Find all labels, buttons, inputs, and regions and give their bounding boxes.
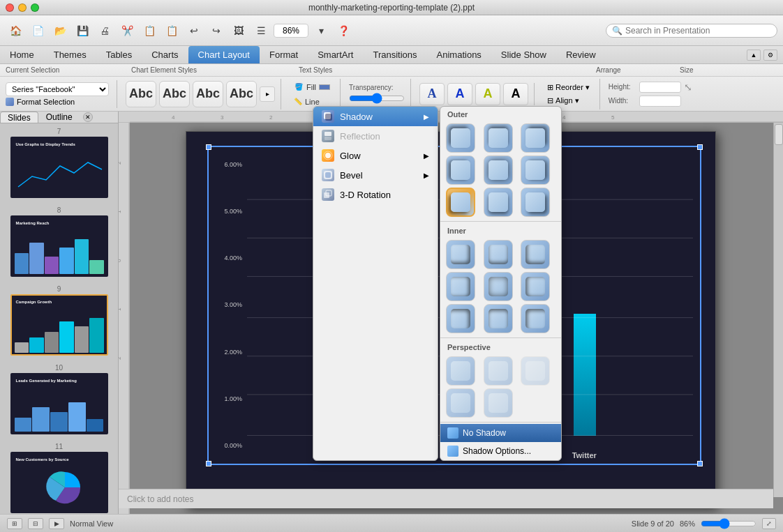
selection-handle-br[interactable] xyxy=(697,461,703,466)
menu-smartart[interactable]: SmartArt xyxy=(308,46,363,63)
new-icon[interactable]: 📄 xyxy=(28,21,47,40)
menu-transitions[interactable]: Transitions xyxy=(363,46,426,63)
bevel-menu-item[interactable]: Bevel ▶ xyxy=(313,165,438,185)
menu-review[interactable]: Review xyxy=(556,46,606,63)
perspective-shadow-3[interactable] xyxy=(521,356,550,386)
inner-shadow-7[interactable] xyxy=(446,304,475,333)
outer-shadow-6[interactable] xyxy=(521,155,550,185)
3d-rotation-menu-item[interactable]: 3-D Rotation xyxy=(313,185,438,204)
inner-shadow-3[interactable] xyxy=(521,240,550,269)
fill-button[interactable]: 🪣 Fill xyxy=(290,81,334,93)
copy-icon[interactable]: 📋 xyxy=(140,21,159,40)
abc-style-1[interactable]: Abc xyxy=(126,81,156,107)
zoom-display[interactable]: 86% xyxy=(274,24,308,38)
series-selector[interactable]: Series "Facebook" xyxy=(6,82,109,96)
slide-thumbnail-11[interactable]: 11 New Customers by Source xyxy=(10,443,108,513)
menu-slideshow[interactable]: Slide Show xyxy=(491,46,556,63)
align-button[interactable]: ⊟ Align ▾ xyxy=(543,95,594,107)
ribbon-options-button[interactable]: ⚙ xyxy=(763,50,777,61)
menu-tables[interactable]: Tables xyxy=(96,46,142,63)
scroll-thumb-v[interactable] xyxy=(775,124,783,145)
slide-thumbnail-7[interactable]: 7 Use Graphs to Display Trends xyxy=(10,128,108,198)
inner-shadow-6[interactable] xyxy=(521,272,550,301)
fit-page-button[interactable]: ⤢ xyxy=(762,518,776,529)
more-styles-button[interactable]: ▸ xyxy=(260,86,275,102)
save-icon[interactable]: 💾 xyxy=(73,21,92,40)
perspective-shadow-4[interactable] xyxy=(446,388,475,418)
outer-shadow-1[interactable] xyxy=(446,123,475,153)
height-expand-icon[interactable]: ⤡ xyxy=(684,82,692,93)
menu-charts[interactable]: Charts xyxy=(142,46,188,63)
shadow-options-item[interactable]: Shadow Options... xyxy=(440,442,561,460)
zoom-slider[interactable] xyxy=(701,518,756,529)
zoom-dropdown-icon[interactable]: ▾ xyxy=(311,21,331,40)
text-style-c-btn[interactable]: A xyxy=(475,83,500,105)
abc-style-2[interactable]: Abc xyxy=(159,81,190,107)
selection-handle-tl[interactable] xyxy=(206,144,211,150)
redo-icon[interactable]: ↪ xyxy=(207,21,226,40)
maximize-button[interactable] xyxy=(31,3,39,12)
tab-outline[interactable]: Outline xyxy=(38,112,80,123)
scrollbar-vertical[interactable] xyxy=(773,123,783,497)
selection-handle-tr[interactable] xyxy=(697,144,703,150)
abc-style-3[interactable]: Abc xyxy=(193,81,223,107)
cut-icon[interactable]: ✂️ xyxy=(117,21,137,40)
perspective-shadow-2[interactable] xyxy=(484,356,513,386)
glow-menu-item[interactable]: Glow ▶ xyxy=(313,146,438,165)
abc-style-4[interactable]: Abc xyxy=(226,81,257,107)
outer-shadow-9[interactable] xyxy=(521,188,550,217)
outer-shadow-3[interactable] xyxy=(521,123,550,153)
minimize-button[interactable] xyxy=(18,3,27,12)
width-input[interactable] xyxy=(639,96,681,107)
shadow-menu-item[interactable]: Shadow ▶ xyxy=(313,107,438,126)
menu-themes[interactable]: Themes xyxy=(44,46,96,63)
open-icon[interactable]: 📂 xyxy=(50,21,70,40)
collapse-ribbon-button[interactable]: ▲ xyxy=(747,50,761,61)
menu-format[interactable]: Format xyxy=(260,46,308,63)
slide-icon[interactable]: 🖼 xyxy=(229,21,248,40)
inner-shadow-2[interactable] xyxy=(484,240,513,269)
tab-slides[interactable]: Slides xyxy=(0,112,38,123)
perspective-shadow-1[interactable] xyxy=(446,356,475,386)
menu-animations[interactable]: Animations xyxy=(427,46,491,63)
notes-bar[interactable]: Click to add notes xyxy=(119,489,773,508)
help-icon[interactable]: ❓ xyxy=(334,21,353,40)
inner-shadow-5[interactable] xyxy=(484,272,513,301)
close-button[interactable] xyxy=(6,3,14,12)
normal-view-button[interactable]: ⊞ xyxy=(7,518,22,529)
outer-shadow-4[interactable] xyxy=(446,155,475,185)
selection-handle-bl[interactable] xyxy=(206,461,211,466)
format-selection-btn[interactable]: Format Selection xyxy=(6,98,111,106)
reorder-button[interactable]: ⊞ Reorder ▾ xyxy=(543,82,594,93)
text-style-d-btn[interactable]: A xyxy=(503,83,528,105)
no-shadow-item[interactable]: No Shadow xyxy=(440,424,561,442)
outline-icon[interactable]: ☰ xyxy=(251,21,271,40)
outer-shadow-2[interactable] xyxy=(484,123,513,153)
inner-shadow-8[interactable] xyxy=(484,304,513,333)
inner-shadow-4[interactable] xyxy=(446,272,475,301)
text-style-b-btn[interactable]: A xyxy=(447,83,472,105)
outer-shadow-7[interactable] xyxy=(446,188,475,217)
text-style-a-btn[interactable]: A xyxy=(419,83,445,105)
slide-thumbnail-10[interactable]: 10 Leads Generated by Marketing xyxy=(10,364,108,434)
height-input[interactable] xyxy=(639,82,681,93)
paste-icon[interactable]: 📋 xyxy=(162,21,181,40)
outer-shadow-5[interactable] xyxy=(484,155,513,185)
slide-sorter-button[interactable]: ⊟ xyxy=(28,518,43,529)
menu-chart-layout[interactable]: Chart Layout xyxy=(188,46,260,63)
print-icon[interactable]: 🖨 xyxy=(95,21,114,40)
menu-home[interactable]: Home xyxy=(0,46,44,63)
outer-shadow-8[interactable] xyxy=(484,188,513,217)
panel-close-button[interactable]: ✕ xyxy=(83,112,93,122)
slide-thumbnail-9[interactable]: 9 Campaign Growth xyxy=(10,285,108,356)
search-input[interactable] xyxy=(625,26,771,36)
presentation-view-button[interactable]: ▶ xyxy=(49,518,64,529)
inner-shadow-9[interactable] xyxy=(521,304,550,333)
inner-shadow-1[interactable] xyxy=(446,240,475,269)
slide-thumbnail-8[interactable]: 8 Marketing Reach xyxy=(10,206,108,277)
undo-icon[interactable]: ↩ xyxy=(184,21,204,40)
perspective-shadow-5[interactable] xyxy=(484,388,513,418)
reflection-menu-item[interactable]: Reflection xyxy=(313,126,438,146)
transparency-slider[interactable] xyxy=(349,93,405,104)
home-icon[interactable]: 🏠 xyxy=(6,21,25,40)
